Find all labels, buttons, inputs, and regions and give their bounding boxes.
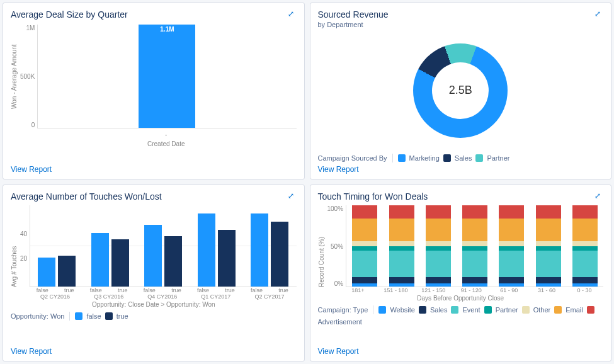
bar[interactable] (91, 233, 109, 287)
x-tick-group: falsetrueQ3 CY2016 (82, 287, 135, 300)
stacked-column[interactable] (530, 205, 566, 287)
stack-segment (389, 277, 414, 283)
bar[interactable] (271, 222, 288, 287)
stack-segment (572, 219, 598, 241)
stack-segment (389, 205, 414, 219)
stacked-column[interactable] (346, 205, 383, 287)
x-tick: 61 - 90 (490, 287, 528, 293)
legend: Opportunity: Won falsetrue (11, 312, 297, 321)
plot-area (346, 205, 603, 287)
stack-segment (426, 246, 451, 251)
stacked-column[interactable] (383, 205, 419, 287)
card-header: Sourced Revenue by Department ⤢ (318, 9, 604, 28)
card-header: Touch Timing for Won Deals ⤢ (318, 191, 604, 202)
bar[interactable] (111, 239, 129, 287)
bar[interactable] (164, 236, 182, 287)
chart-area: Won - Average Amount 1M 500K 0 1.1M (11, 25, 297, 128)
y-tick: 0% (327, 280, 344, 287)
bar[interactable] (58, 256, 76, 287)
stack-segment (462, 277, 487, 283)
legend-swatch[interactable] (451, 306, 458, 314)
y-axis-label: Record Count (%) (318, 205, 325, 287)
legend-swatch[interactable] (522, 306, 530, 314)
stack-segment (352, 277, 377, 283)
bar[interactable] (38, 258, 55, 287)
legend-swatch[interactable] (475, 154, 483, 162)
legend-swatch[interactable] (443, 154, 451, 162)
bar[interactable] (251, 213, 268, 287)
donut-chart[interactable]: 2.5B (413, 43, 508, 138)
legend-label: Other (533, 306, 551, 314)
stack-segment (426, 251, 451, 276)
legend-label: Website (390, 306, 415, 314)
stack-segment (462, 219, 487, 241)
expand-icon[interactable]: ⤢ (288, 9, 297, 18)
legend: Campaign: Type WebsiteSalesEventPartnerO… (318, 305, 604, 326)
view-report-link[interactable]: View Report (318, 344, 604, 356)
x-axis: 181+151 - 180121 - 15091 - 12061 - 9031 … (339, 287, 604, 293)
chart-area: Avg # Touches . 40 20 . (11, 205, 297, 287)
stack-segment (462, 246, 487, 251)
view-report-link[interactable]: View Report (11, 162, 297, 174)
legend-swatch[interactable] (484, 306, 492, 314)
stack-segment (389, 219, 414, 241)
view-report-link[interactable]: View Report (318, 162, 604, 174)
card-title: Average Number of Touches Won/Lost (11, 191, 162, 202)
stacked-column[interactable] (493, 205, 530, 287)
bar[interactable] (198, 213, 215, 287)
expand-icon[interactable]: ⤢ (288, 191, 297, 200)
stack-segment (352, 219, 377, 241)
y-tick: 20 (20, 255, 27, 262)
legend-swatch[interactable] (587, 306, 594, 314)
stacked-column[interactable] (567, 205, 603, 287)
y-tick: 1M (20, 25, 35, 31)
x-tick-group: falsetrueQ4 CY2016 (135, 287, 189, 300)
stack-segment (572, 251, 598, 276)
y-tick: 0 (20, 122, 35, 128)
bar-group (137, 205, 190, 287)
legend-label: false (86, 312, 101, 320)
stack-segment (426, 205, 451, 219)
stack-segment (536, 283, 561, 287)
bar[interactable] (144, 225, 162, 287)
y-tick: 50% (327, 243, 344, 250)
legend-swatch[interactable] (378, 306, 386, 314)
x-tick-group: falsetrueQ1 CY2017 (189, 287, 242, 300)
stack-segment (536, 251, 561, 276)
x-tick: 181+ (339, 287, 377, 293)
stacked-column[interactable] (420, 205, 457, 287)
legend-label: Marketing (409, 154, 440, 162)
bar[interactable] (218, 230, 236, 287)
stack-segment (389, 283, 414, 287)
legend-swatch[interactable] (75, 312, 82, 320)
stack-segment (536, 246, 561, 251)
stack-segment (352, 251, 377, 276)
x-axis: - Created Date (36, 128, 297, 147)
x-tick: - (36, 131, 297, 138)
expand-icon[interactable]: ⤢ (594, 191, 603, 200)
view-report-link[interactable]: View Report (11, 344, 297, 356)
legend-separator (373, 305, 373, 314)
legend-swatch[interactable] (398, 154, 406, 162)
stack-segment (352, 241, 377, 246)
stack-segment (389, 251, 414, 276)
stack-segment (352, 283, 377, 287)
legend-title: Opportunity: Won (11, 312, 64, 320)
stack-segment (462, 283, 487, 287)
y-axis-label: Avg # Touches (11, 205, 18, 287)
legend-swatch[interactable] (105, 312, 113, 320)
legend-swatch[interactable] (419, 306, 426, 314)
bar-group (84, 205, 137, 287)
legend-separator (69, 312, 70, 321)
chart-area: Record Count (%) 100% 50% 0% (318, 205, 604, 287)
legend-label: Sales (430, 306, 448, 314)
card-title-group: Sourced Revenue by Department (318, 9, 389, 28)
expand-icon[interactable]: ⤢ (594, 9, 603, 18)
legend-label: Partner (487, 154, 509, 162)
card-subtitle: by Department (318, 21, 389, 28)
legend-swatch[interactable] (554, 306, 562, 314)
bar[interactable]: 1.1M (139, 25, 195, 128)
stacked-column[interactable] (457, 205, 493, 287)
y-axis-label: Won - Average Amount (11, 25, 18, 128)
stack-segment (352, 246, 377, 251)
